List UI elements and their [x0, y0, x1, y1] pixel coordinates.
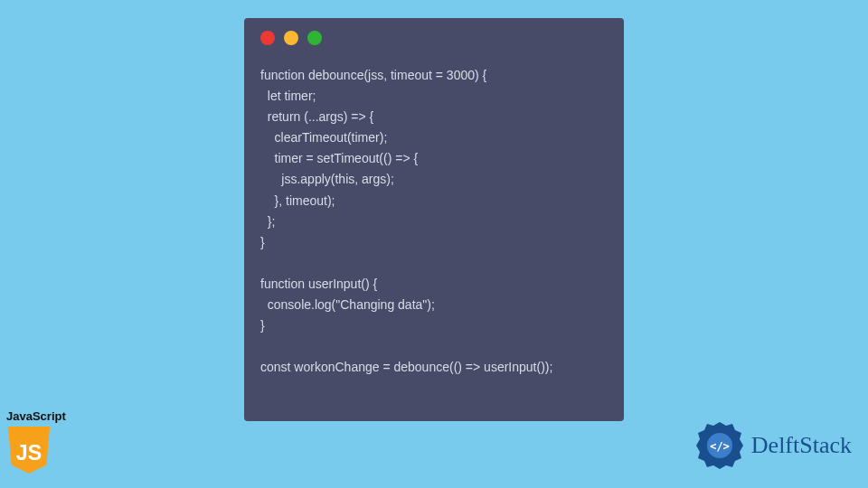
- code-window: function debounce(jss, timeout = 3000) {…: [244, 18, 624, 421]
- traffic-lights: [260, 31, 608, 45]
- code-snippet: function debounce(jss, timeout = 3000) {…: [260, 65, 608, 378]
- maximize-icon: [307, 31, 322, 45]
- brand-name: DelftStack: [751, 432, 852, 459]
- delftstack-logo: </> DelftStack: [693, 419, 852, 472]
- javascript-shield-icon: JS: [5, 425, 52, 475]
- javascript-badge: JavaScript JS: [5, 409, 66, 479]
- svg-text:</>: </>: [710, 440, 730, 453]
- shield-text: JS: [16, 441, 42, 465]
- minimize-icon: [284, 31, 298, 45]
- close-icon: [260, 31, 275, 45]
- javascript-label: JavaScript: [5, 409, 66, 423]
- delftstack-gear-icon: </>: [693, 419, 746, 472]
